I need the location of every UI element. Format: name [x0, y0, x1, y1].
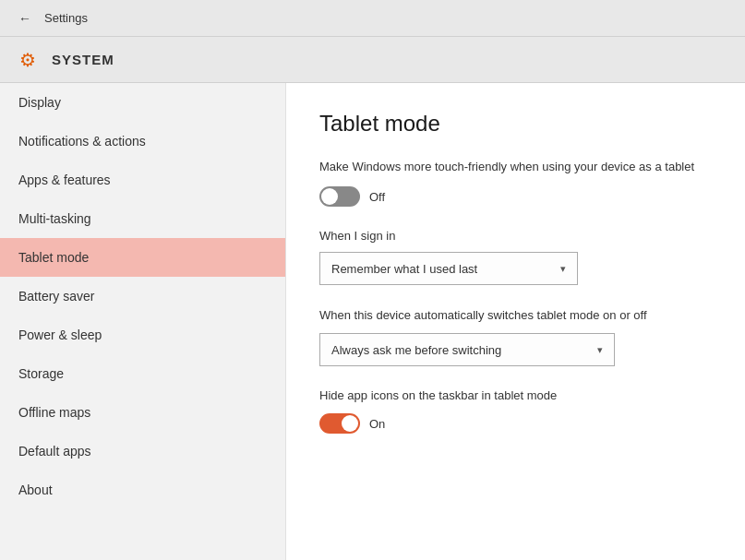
sidebar-item-offline[interactable]: Offline maps	[0, 393, 285, 432]
page-title: Tablet mode	[319, 111, 712, 137]
system-gear-icon: ⚙	[15, 47, 41, 73]
sidebar-item-notifications[interactable]: Notifications & actions	[0, 122, 285, 161]
titlebar-title: Settings	[44, 11, 88, 25]
titlebar: ← Settings	[0, 0, 745, 37]
sign-in-dropdown-wrapper: Remember what I used last ▾	[319, 252, 712, 285]
auto-switch-dropdown-chevron-icon: ▾	[597, 344, 603, 356]
sign-in-dropdown-value: Remember what I used last	[331, 262, 477, 276]
hide-icons-toggle-label: On	[369, 417, 385, 431]
main-layout: Display Notifications & actions Apps & f…	[0, 83, 745, 560]
auto-switch-dropdown-value: Always ask me before switching	[331, 343, 501, 357]
sidebar: Display Notifications & actions Apps & f…	[0, 83, 286, 560]
sidebar-item-tablet[interactable]: Tablet mode	[0, 238, 285, 277]
main-toggle-label: Off	[369, 190, 385, 204]
system-title: SYSTEM	[52, 52, 114, 67]
sign-in-dropdown[interactable]: Remember what I used last ▾	[319, 252, 578, 285]
sign-in-label: When I sign in	[319, 229, 712, 243]
auto-switch-dropdown-wrapper: Always ask me before switching ▾	[319, 333, 712, 366]
main-toggle-row: Off	[319, 186, 712, 207]
sidebar-item-apps[interactable]: Apps & features	[0, 161, 285, 199]
sidebar-item-display[interactable]: Display	[0, 83, 285, 122]
sign-in-dropdown-chevron-icon: ▾	[560, 263, 566, 275]
back-arrow-icon: ←	[18, 11, 31, 26]
auto-switch-dropdown[interactable]: Always ask me before switching ▾	[319, 333, 615, 366]
hide-icons-toggle[interactable]	[319, 413, 360, 434]
sidebar-item-defaultapps[interactable]: Default apps	[0, 432, 285, 471]
sidebar-item-about[interactable]: About	[0, 471, 285, 509]
system-header: ⚙ SYSTEM	[0, 37, 745, 83]
auto-switch-description: When this device automatically switches …	[319, 307, 712, 324]
content-area: Tablet mode Make Windows more touch-frie…	[286, 83, 745, 560]
hide-icons-toggle-knob	[342, 415, 358, 432]
main-toggle[interactable]	[319, 186, 360, 207]
touch-friendly-description: Make Windows more touch-friendly when us…	[319, 159, 712, 175]
back-button[interactable]: ←	[15, 7, 35, 30]
sidebar-item-storage[interactable]: Storage	[0, 354, 285, 393]
hide-icons-label: Hide app icons on the taskbar in tablet …	[319, 388, 712, 402]
sidebar-item-battery[interactable]: Battery saver	[0, 277, 285, 316]
sidebar-item-power[interactable]: Power & sleep	[0, 316, 285, 354]
hide-icons-section: Hide app icons on the taskbar in tablet …	[319, 388, 712, 434]
sidebar-item-multitasking[interactable]: Multi-tasking	[0, 199, 285, 238]
hide-icons-toggle-row: On	[319, 413, 712, 434]
main-toggle-knob	[321, 188, 338, 205]
